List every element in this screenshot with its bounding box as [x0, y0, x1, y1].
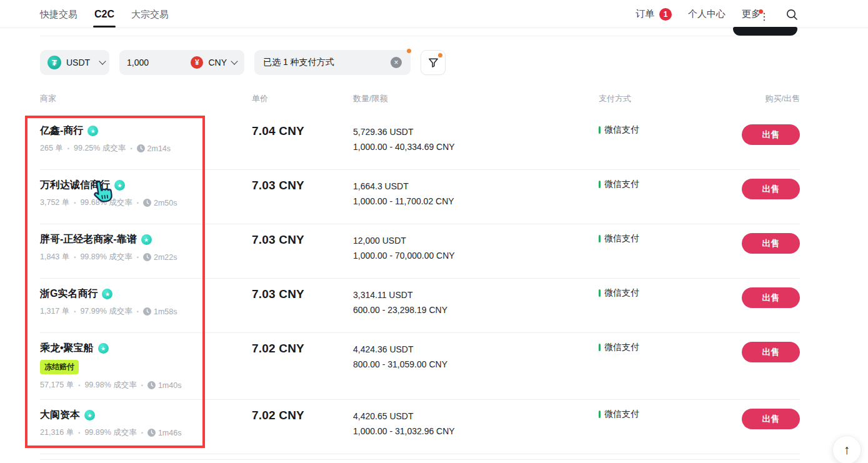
merchant-name[interactable]: 大阆资本 — [40, 409, 80, 422]
dot-separator: • — [137, 309, 139, 315]
merchant-stats: 265 单 • 99.25% 成交率 • 2m14s — [40, 143, 252, 162]
completion-rate: 99.98% 成交率 — [84, 380, 136, 391]
amount-input-group[interactable]: 1,000 ¥ CNY — [119, 50, 244, 75]
amount-limit-cell: 1,664.3 USDT 1,000.00 - 11,700.02 CNY — [353, 179, 599, 209]
merchant-cell: 万利达诚信商行 ★ 3,752 单 • 99.68% 成交率 • 2m50s — [40, 179, 252, 217]
merchant-cell: 浙G实名商行 ★ 1,317 单 • 97.99% 成交率 • 1m58s — [40, 287, 252, 326]
action-cell: 出售 — [741, 124, 800, 145]
merchant-name[interactable]: 亿鑫-商行 — [40, 124, 83, 137]
table-header: 商家 单价 数量/限额 支付方式 购买/出售 — [40, 93, 800, 104]
sell-button[interactable]: 出售 — [742, 287, 800, 308]
dot-separator: • — [141, 430, 143, 436]
release-time: 1m46s — [158, 429, 182, 437]
verified-badge-icon: ★ — [141, 234, 152, 245]
merchant-cell: 亿鑫-商行 ★ 265 单 • 99.25% 成交率 • 2m14s — [40, 124, 252, 162]
payment-method: 微信支付 — [604, 287, 639, 299]
price-cell: 7.02 CNY — [252, 409, 353, 422]
chevron-down-icon — [231, 57, 237, 64]
merchant-cell: 胖哥-正经老商家-靠谱 ★ 1,843 单 • 99.89% 成交率 • 2m2… — [40, 233, 252, 271]
sell-button[interactable]: 出售 — [742, 124, 800, 145]
col-header-payment: 支付方式 — [599, 93, 741, 104]
offer-row: 万利达诚信商行 ★ 3,752 单 • 99.68% 成交率 • 2m50s 7… — [40, 170, 800, 224]
filter-notification-dot — [407, 49, 411, 53]
tab-c2c[interactable]: C2C — [94, 0, 114, 28]
nav-actions: 订单 1 个人中心 更多 ⋮ — [636, 0, 798, 28]
dot-separator: • — [137, 254, 139, 261]
action-cell: 出售 — [741, 342, 800, 362]
order-limit: 1,000.00 - 40,334.69 CNY — [353, 139, 599, 154]
asset-select[interactable]: ₮ USDT — [40, 50, 109, 75]
wechat-pay-indicator — [599, 344, 601, 351]
wechat-pay-indicator — [599, 181, 601, 188]
clock-icon — [147, 429, 156, 437]
completion-rate: 97.99% 成交率 — [80, 306, 132, 317]
profile-menu[interactable]: 个人中心 — [688, 8, 726, 20]
advanced-filter-button[interactable] — [421, 50, 446, 75]
offers-list: 亿鑫-商行 ★ 265 单 • 99.25% 成交率 • 2m14s 7.04 … — [40, 116, 800, 454]
payment-method: 微信支付 — [604, 179, 639, 190]
price-cell: 7.02 CNY — [252, 342, 353, 356]
clear-filter-icon[interactable]: × — [391, 57, 402, 68]
amount-limit-cell: 4,420.65 USDT 1,000.00 - 31,032.96 CNY — [353, 409, 599, 439]
clock-icon — [143, 253, 151, 261]
dot-separator: • — [74, 254, 76, 261]
offer-row: 亿鑫-商行 ★ 265 单 • 99.25% 成交率 • 2m14s 7.04 … — [40, 116, 800, 170]
order-count: 1,843 单 — [40, 252, 69, 262]
tab-block-trade[interactable]: 大宗交易 — [131, 0, 169, 28]
dot-separator: • — [78, 430, 80, 436]
price-cell: 7.03 CNY — [252, 287, 353, 301]
price-cell: 7.04 CNY — [252, 124, 353, 138]
payment-method: 微信支付 — [604, 124, 639, 136]
merchant-cell: 乘龙•聚宝船 ★ 冻结赔付 57,175 单 • 99.98% 成交率 • 1m… — [40, 342, 252, 399]
more-menu[interactable]: 更多 ⋮ — [742, 8, 769, 20]
post-ad-button-partial[interactable] — [733, 27, 797, 36]
sell-button[interactable]: 出售 — [742, 233, 800, 254]
dot-separator: • — [130, 146, 132, 152]
available-amount: 4,424.36 USDT — [353, 342, 599, 357]
merchant-name[interactable]: 浙G实名商行 — [40, 287, 97, 301]
nav-tabs: 快捷交易 C2C 大宗交易 — [40, 0, 169, 28]
sell-button[interactable]: 出售 — [742, 409, 800, 429]
order-count: 57,175 单 — [40, 380, 74, 391]
scroll-to-top-button[interactable]: ↑ — [832, 436, 861, 463]
available-amount: 1,664.3 USDT — [353, 179, 599, 194]
sell-button[interactable]: 出售 — [742, 179, 800, 199]
amount-input-value[interactable]: 1,000 — [127, 57, 149, 67]
sell-button[interactable]: 出售 — [742, 342, 800, 362]
release-time: 1m40s — [158, 381, 182, 390]
action-cell: 出售 — [741, 409, 800, 429]
merchant-name[interactable]: 万利达诚信商行 — [40, 179, 110, 192]
order-limit: 1,000.00 - 11,700.02 CNY — [353, 194, 599, 209]
fiat-select-value: CNY — [208, 57, 227, 67]
payment-method-filter[interactable]: 已选 1 种支付方式 × — [254, 50, 411, 75]
chevron-down-icon — [99, 57, 106, 64]
up-arrow-icon: ↑ — [844, 442, 851, 457]
orders-menu[interactable]: 订单 1 — [636, 8, 672, 21]
merchant-name[interactable]: 乘龙•聚宝船 — [40, 342, 94, 355]
order-count: 265 单 — [40, 143, 63, 154]
payment-method: 微信支付 — [604, 409, 639, 420]
completion-rate: 99.89% 成交率 — [84, 427, 136, 438]
payment-filter-label: 已选 1 种支付方式 — [263, 57, 334, 68]
clock-icon — [143, 199, 151, 207]
order-count: 1,317 单 — [40, 306, 69, 317]
verified-badge-icon: ★ — [102, 289, 112, 299]
search-button[interactable] — [786, 8, 798, 21]
clock-icon — [147, 381, 156, 389]
dot-separator: • — [74, 309, 76, 315]
verified-badge-icon: ★ — [84, 410, 95, 421]
wechat-pay-indicator — [599, 411, 601, 418]
merchant-stats: 1,843 单 • 99.89% 成交率 • 2m22s — [40, 252, 252, 271]
payment-method: 微信支付 — [604, 233, 639, 244]
release-time: 2m50s — [154, 199, 177, 207]
dot-separator: • — [141, 382, 143, 389]
price-cell: 7.03 CNY — [252, 233, 353, 247]
col-header-merchant: 商家 — [40, 93, 252, 104]
merchant-name[interactable]: 胖哥-正经老商家-靠谱 — [40, 233, 137, 246]
price-cell: 7.03 CNY — [252, 179, 353, 192]
wechat-pay-indicator — [599, 235, 601, 242]
merchant-cell: 大阆资本 ★ 21,316 单 • 99.89% 成交率 • 1m46s — [40, 409, 252, 447]
dot-separator: • — [67, 146, 69, 152]
asset-select-value: USDT — [66, 57, 90, 67]
tab-express-trade[interactable]: 快捷交易 — [40, 0, 77, 28]
